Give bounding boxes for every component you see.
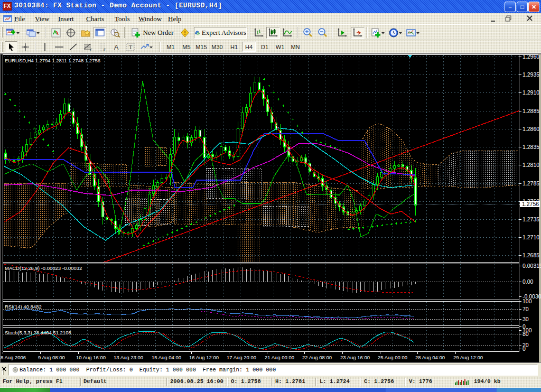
svg-text:80: 80	[523, 331, 529, 337]
svg-text:23 Aug 16:00: 23 Aug 16:00	[340, 354, 370, 360]
svg-text:Stoch(5,3,3) 28.4404 51.2108: Stoch(5,3,3) 28.4404 51.2108	[5, 330, 71, 335]
svg-text:RSI(14) 40.8482: RSI(14) 40.8482	[5, 304, 42, 310]
svg-text:29 Aug 12:00: 29 Aug 12:00	[453, 354, 483, 360]
svg-text:E: E	[90, 48, 92, 52]
svg-text:1.2935: 1.2935	[523, 71, 539, 78]
svg-text:1.2710: 1.2710	[523, 234, 539, 240]
svg-text:0: 0	[523, 346, 526, 352]
svg-text:!: !	[184, 30, 186, 36]
svg-text:16 Aug 12:00: 16 Aug 12:00	[189, 354, 219, 360]
svg-text:28 Aug 04:00: 28 Aug 04:00	[415, 354, 445, 360]
svg-text:17 Aug 20:00: 17 Aug 20:00	[227, 354, 256, 360]
svg-text:1.2835: 1.2835	[523, 144, 539, 150]
svg-text:15 Aug 04:00: 15 Aug 04:00	[152, 354, 181, 360]
svg-text:0.00: 0.00	[523, 278, 534, 285]
svg-text:MACD(12,26,9) -0.00023 -0.0003: MACD(12,26,9) -0.00023 -0.00032	[5, 265, 82, 271]
svg-text:30: 30	[523, 316, 529, 322]
svg-text:8 Aug 2006: 8 Aug 2006	[1, 354, 26, 360]
svg-text:21 Aug 00:00: 21 Aug 00:00	[265, 354, 294, 360]
svg-text:1.2735: 1.2735	[523, 216, 539, 222]
svg-text:70: 70	[523, 306, 529, 312]
svg-text:10 Aug 16:00: 10 Aug 16:00	[76, 354, 106, 360]
svg-text:13 Aug 23:00: 13 Aug 23:00	[114, 354, 143, 360]
svg-text:0.00319: 0.00319	[523, 263, 541, 269]
svg-text:100: 100	[523, 298, 532, 304]
svg-text:1.2885: 1.2885	[523, 108, 539, 114]
svg-text:1.2756: 1.2756	[522, 201, 539, 207]
svg-text:A: A	[114, 43, 119, 51]
svg-text:1.2810: 1.2810	[523, 162, 539, 168]
svg-text:F: F	[104, 48, 106, 52]
svg-text:1.2960: 1.2960	[523, 53, 539, 60]
svg-text:1.2785: 1.2785	[523, 180, 539, 186]
svg-text:1.2860: 1.2860	[523, 126, 539, 132]
svg-text:25 Aug 00:00: 25 Aug 00:00	[378, 354, 407, 360]
svg-text:1.2910: 1.2910	[523, 89, 539, 96]
svg-text:9 Aug 08:00: 9 Aug 08:00	[38, 354, 65, 360]
svg-text:EURUSD,H4 1.2794 1.2811 1.274: EURUSD,H4 1.2794 1.2811 1.2748 1.2756	[5, 58, 100, 63]
svg-text:T: T	[129, 44, 133, 50]
svg-text:22 Aug 08:00: 22 Aug 08:00	[302, 354, 332, 360]
svg-text:1.2685: 1.2685	[523, 252, 539, 258]
